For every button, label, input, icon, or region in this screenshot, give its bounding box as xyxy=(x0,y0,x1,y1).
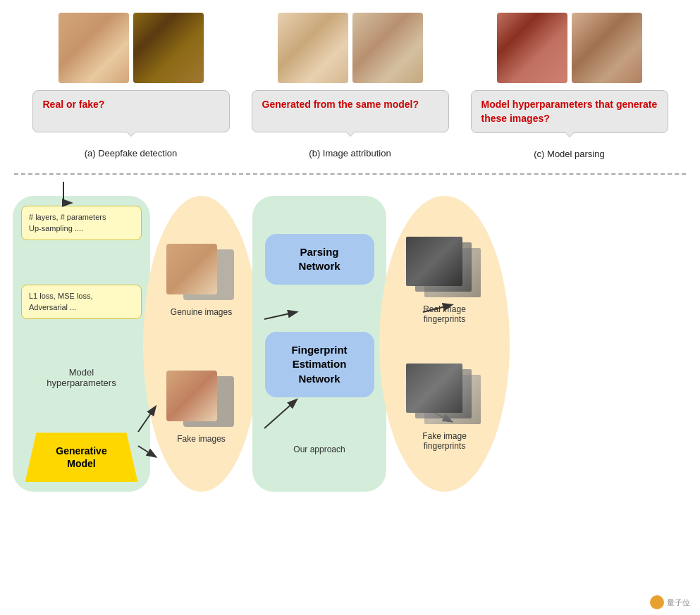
bubble-attribution: Generated from the same model? xyxy=(252,90,449,132)
real-fingerprint-stack xyxy=(406,237,484,300)
bubble-attribution-text: Generated from the same model? xyxy=(262,99,419,110)
fake-img-front xyxy=(166,371,217,421)
bubble-deepfake: Real or fake? xyxy=(32,90,230,132)
watermark-logo xyxy=(650,595,664,609)
fake-fingerprint-stack xyxy=(406,364,484,427)
info-card-layers: # layers, # parameters Up-sampling .... xyxy=(21,206,142,240)
images-oval: Genuine images Fake images xyxy=(143,196,259,492)
face-c1 xyxy=(497,13,567,83)
face-pair-c xyxy=(497,13,642,83)
bottom-section: # layers, # parameters Up-sampling .... … xyxy=(0,182,700,506)
bubble-deepfake-text: Real or fake? xyxy=(43,99,105,110)
watermark-text: 量子位 xyxy=(667,597,690,608)
face-b2 xyxy=(352,13,423,83)
caption-deepfake: (a) Deepfake detection xyxy=(85,148,178,159)
genuine-images-group: Genuine images xyxy=(166,244,237,317)
group-parsing: Model hyperparameters that generate thes… xyxy=(471,13,668,159)
fp-fake-front xyxy=(406,364,462,413)
real-fingerprints-group: Real image fingerprints xyxy=(406,237,484,324)
fingerprint-network-box: Fingerprint Estimation Network xyxy=(265,332,374,397)
generative-model-text: Generative Model xyxy=(56,445,106,470)
face-a1 xyxy=(59,13,129,83)
fake-stacked-images xyxy=(166,371,237,427)
face-a2 xyxy=(133,13,204,83)
caption-attribution: (b) Image attribution xyxy=(309,148,391,159)
fake-images-label: Fake images xyxy=(177,434,226,444)
face-c2 xyxy=(572,13,642,83)
genuine-images-label: Genuine images xyxy=(171,307,232,317)
top-section: Real or fake? (a) Deepfake detection Gen… xyxy=(0,0,700,166)
generative-model-shape: Generative Model xyxy=(25,433,138,482)
genuine-img-front xyxy=(166,244,217,294)
group-deepfake: Real or fake? (a) Deepfake detection xyxy=(32,13,230,159)
face-pair-a xyxy=(59,13,204,83)
caption-parsing: (c) Model parsing xyxy=(534,149,604,159)
group-attribution: Generated from the same model? (b) Image… xyxy=(252,13,449,159)
fp-real-front xyxy=(406,237,462,286)
real-fingerprints-label: Real image fingerprints xyxy=(423,304,466,324)
section-divider xyxy=(14,173,686,175)
genuine-stacked-images xyxy=(166,244,237,300)
middle-green-box: Parsing Network Fingerprint Estimation N… xyxy=(252,196,386,492)
face-pair-b xyxy=(278,13,423,83)
fake-fingerprints-label: Fake image fingerprints xyxy=(422,431,467,451)
model-hyperparameters-label: Model hyperparameters xyxy=(47,367,116,388)
left-green-box: # layers, # parameters Up-sampling .... … xyxy=(13,196,150,492)
parsing-network-box: Parsing Network xyxy=(265,234,374,285)
fake-fingerprints-group: Fake image fingerprints xyxy=(406,364,484,451)
approach-label: Our approach xyxy=(293,445,345,454)
watermark: 量子位 xyxy=(650,595,690,609)
fingerprints-oval: Real image fingerprints Fake image finge… xyxy=(379,196,510,492)
bubble-parsing: Model hyperparameters that generate thes… xyxy=(471,90,668,133)
face-b1 xyxy=(278,13,348,83)
info-card-loss: L1 loss, MSE loss, Adversarial ... xyxy=(21,285,142,319)
bubble-parsing-text: Model hyperparameters that generate thes… xyxy=(481,99,658,124)
fake-images-group: Fake images xyxy=(166,371,237,444)
